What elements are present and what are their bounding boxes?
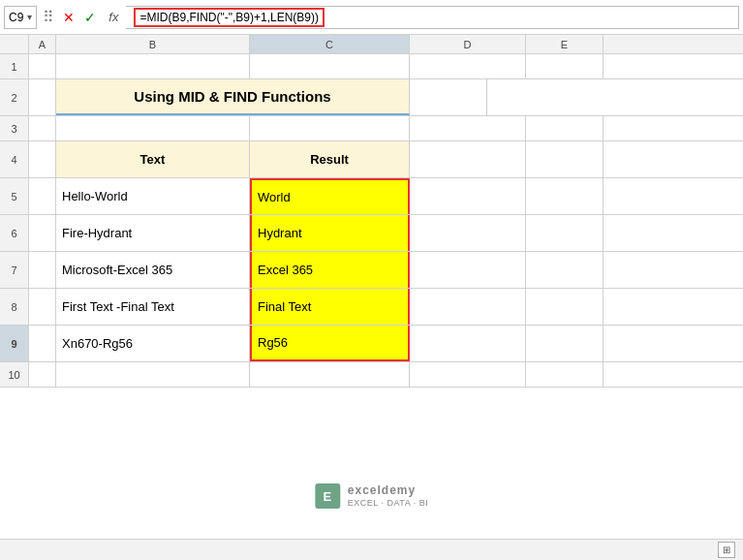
rownum-7: 7 (0, 252, 29, 288)
cell-c7[interactable]: Excel 365 (250, 252, 410, 288)
formula-text: =MID(B9,FIND("-",B9)+1,LEN(B9)) (134, 8, 325, 27)
rownum-1: 1 (0, 54, 29, 78)
result-row6: Hydrant (258, 226, 302, 240)
cell-d1[interactable] (410, 54, 526, 78)
row-4: 4 Text Result (0, 141, 743, 178)
rownum-2: 2 (0, 79, 29, 115)
grid-dots-icon: ⠿ (39, 8, 58, 26)
cell-b3[interactable] (56, 116, 250, 140)
cell-a4[interactable] (29, 141, 56, 177)
text-row5: Hello-World (62, 189, 128, 203)
cell-b6[interactable]: Fire-Hydrant (56, 215, 250, 251)
col-text-header: Text (140, 152, 166, 167)
spreadsheet: A B C D E 1 2 Using MID & (0, 35, 743, 539)
cell-c4-header[interactable]: Result (250, 141, 410, 177)
cell-b4-header[interactable]: Text (56, 141, 250, 177)
col-header-c[interactable]: C (250, 35, 410, 53)
rownum-6: 6 (0, 215, 29, 251)
cell-c5[interactable]: World (250, 178, 410, 214)
cell-b7[interactable]: Microsoft-Excel 365 (56, 252, 250, 288)
cell-a3[interactable] (29, 116, 56, 140)
cell-c1[interactable] (250, 54, 410, 78)
cell-a7[interactable] (29, 252, 56, 288)
watermark-text-block: exceldemy EXCEL · DATA · BI (348, 483, 428, 510)
cell-e10[interactable] (526, 362, 604, 387)
cell-d6[interactable] (410, 215, 526, 251)
cancel-icon[interactable]: ✕ (58, 10, 79, 25)
title-text: Using MID & FIND Functions (134, 88, 330, 105)
col-header-a[interactable]: A (29, 35, 56, 53)
rownum-10: 10 (0, 362, 29, 387)
row-8: 8 First Text -Final Text Final Text (0, 289, 743, 326)
cell-e8[interactable] (526, 289, 604, 325)
row-7: 7 Microsoft-Excel 365 Excel 365 (0, 252, 743, 289)
cell-a6[interactable] (29, 215, 56, 251)
col-header-b[interactable]: B (56, 35, 250, 53)
rownum-3: 3 (0, 116, 29, 140)
cell-e3[interactable] (526, 116, 604, 140)
cell-b9[interactable]: Xn670-Rg56 (56, 326, 250, 361)
cell-e7[interactable] (526, 252, 604, 288)
result-row5: World (258, 190, 291, 204)
watermark: E exceldemy EXCEL · DATA · BI (315, 483, 428, 510)
cell-e4[interactable] (526, 141, 604, 177)
result-row7: Excel 365 (258, 263, 313, 277)
row-9: 9 Xn670-Rg56 Rg56 (0, 326, 743, 362)
rownum-4: 4 (0, 141, 29, 177)
cell-a10[interactable] (29, 362, 56, 387)
cell-e1[interactable] (526, 54, 604, 78)
fx-label: fx (101, 10, 126, 24)
cell-c3[interactable] (250, 116, 410, 140)
cell-b10[interactable] (56, 362, 250, 387)
cell-e9[interactable] (526, 326, 604, 361)
cell-reference: C9 (9, 11, 23, 24)
cell-d3[interactable] (410, 116, 526, 140)
cell-b5[interactable]: Hello-World (56, 178, 250, 214)
formula-bar-container: C9 ▾ ⠿ ✕ ✓ fx =MID(B9,FIND("-",B9)+1,LEN… (0, 0, 743, 35)
cell-c10[interactable] (250, 362, 410, 387)
cell-d9[interactable] (410, 326, 526, 361)
cell-a8[interactable] (29, 289, 56, 325)
name-box[interactable]: C9 ▾ (4, 6, 37, 29)
watermark-site: exceldemy (348, 483, 428, 499)
cell-d8[interactable] (410, 289, 526, 325)
row-1: 1 (0, 54, 743, 79)
column-header-row: A B C D E (0, 35, 743, 54)
col-header-e[interactable]: E (526, 35, 604, 53)
text-row6: Fire-Hydrant (62, 226, 132, 240)
row-5: 5 Hello-World World (0, 178, 743, 215)
cell-e5[interactable] (526, 178, 604, 214)
confirm-icon[interactable]: ✓ (79, 10, 101, 25)
cell-c8[interactable]: Final Text (250, 289, 410, 325)
cell-d10[interactable] (410, 362, 526, 387)
rownum-9: 9 (0, 326, 29, 361)
name-box-chevron[interactable]: ▾ (27, 12, 32, 22)
result-row8: Final Text (258, 299, 311, 314)
col-result-header: Result (310, 152, 349, 167)
cell-e2[interactable] (410, 79, 487, 115)
cell-d5[interactable] (410, 178, 526, 214)
watermark-logo: E (315, 483, 340, 509)
text-row9: Xn670-Rg56 (62, 336, 133, 351)
formula-input[interactable]: =MID(B9,FIND("-",B9)+1,LEN(B9)) (126, 6, 739, 29)
zoom-control[interactable]: ⊞ (718, 542, 735, 558)
cell-b1[interactable] (56, 54, 250, 78)
text-row7: Microsoft-Excel 365 (62, 263, 172, 277)
row-3: 3 (0, 116, 743, 141)
row-2: 2 Using MID & FIND Functions (0, 79, 743, 116)
cell-d7[interactable] (410, 252, 526, 288)
cell-a9[interactable] (29, 326, 56, 361)
cell-c9-selected[interactable]: Rg56 (250, 326, 410, 361)
cell-a1[interactable] (29, 54, 56, 78)
cell-d4[interactable] (410, 141, 526, 177)
rownum-5: 5 (0, 178, 29, 214)
row-6: 6 Fire-Hydrant Hydrant (0, 215, 743, 252)
corner-cell (0, 35, 29, 53)
rownum-8: 8 (0, 289, 29, 325)
cell-b8[interactable]: First Text -Final Text (56, 289, 250, 325)
cell-a5[interactable] (29, 178, 56, 214)
cell-a2[interactable] (29, 79, 56, 115)
col-header-d[interactable]: D (410, 35, 526, 53)
cell-c6[interactable]: Hydrant (250, 215, 410, 251)
cell-e6[interactable] (526, 215, 604, 251)
